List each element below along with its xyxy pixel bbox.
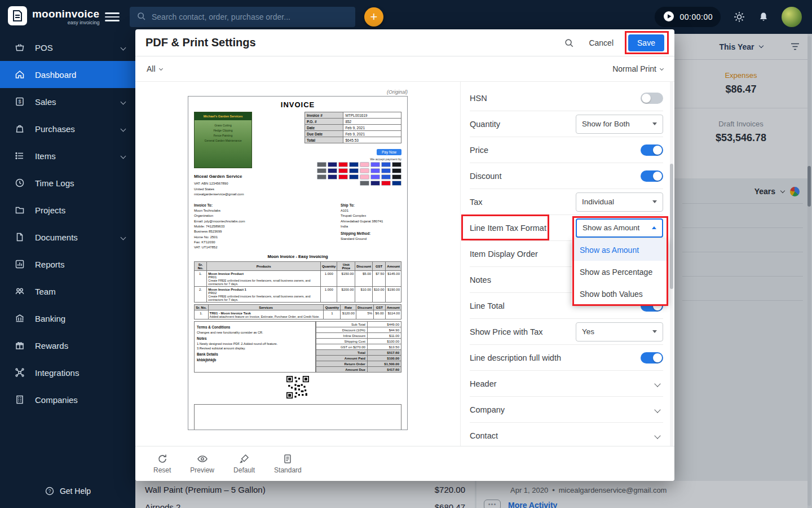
menu-icon[interactable]	[105, 12, 120, 21]
sidebar-item-documents[interactable]: Documents	[0, 224, 135, 251]
search-input[interactable]	[152, 12, 348, 21]
timer-value: 00:00:00	[680, 12, 713, 21]
section-row-contact[interactable]: Contact	[470, 423, 663, 449]
add-button[interactable]: +	[364, 7, 383, 27]
price-toggle[interactable]	[641, 144, 663, 156]
menu-item-show-as-amount[interactable]: Show as Amount	[572, 239, 668, 261]
section-row-company[interactable]: Company	[470, 397, 663, 423]
eye-icon	[197, 453, 208, 465]
setting-row-line-item-tax-format: Line Item Tax Format Show as Amount	[470, 215, 663, 241]
sidebar-item-rewards[interactable]: Rewards	[0, 332, 135, 359]
scrollbar-thumb[interactable]	[670, 164, 673, 289]
template-filter-select[interactable]: All	[147, 64, 162, 73]
sidebar-item-team[interactable]: Team	[0, 278, 135, 305]
menu-item-show-as-percentage[interactable]: Show as Percentage	[572, 261, 668, 283]
section-row-header[interactable]: Header	[470, 371, 663, 397]
sidebar: POS Dashboard $ Sales Purchases Items Ti…	[0, 34, 135, 508]
chevron-down-icon	[652, 330, 657, 333]
sidebar-item-pos[interactable]: POS	[0, 34, 135, 61]
menu-item-show-both-values[interactable]: Show both Values	[572, 283, 668, 305]
sidebar-item-projects[interactable]: Projects	[0, 196, 135, 224]
invoice-tagline: Moon Invoice - Easy Invoicing	[194, 254, 401, 259]
setting-row-price: Price	[470, 137, 663, 163]
brand-tagline: easy invoicing	[32, 20, 99, 25]
save-button[interactable]: Save	[628, 34, 664, 51]
setting-row-quantity: Quantity Show for Both	[470, 111, 663, 137]
svg-text:$: $	[18, 99, 21, 104]
chevron-down-icon	[121, 153, 126, 159]
table-row: 2. Moon Invoice Product 1PR02Create FREE…	[195, 287, 401, 303]
invoice-to-block: Invoice To: Moon Technolabs Organization…	[194, 201, 341, 250]
global-search[interactable]	[130, 7, 355, 27]
line-item-tax-format-select[interactable]: Show as Amount	[576, 218, 663, 238]
modal-footer: Reset Preview Default Standard	[135, 446, 674, 481]
print-mode-select[interactable]: Normal Print	[612, 64, 663, 73]
services-table: Sr. No.ServicesQuantityRateDiscountGSTAm…	[194, 304, 401, 319]
sidebar-item-time-logs[interactable]: Time Logs	[0, 169, 135, 196]
dashboard-icon	[15, 69, 25, 80]
accept-payment-text: We accept payment by	[304, 157, 401, 161]
chevron-down-icon	[159, 66, 163, 70]
search-icon	[136, 11, 146, 23]
line-description-full-width-toggle[interactable]	[641, 352, 663, 364]
sidebar-item-banking[interactable]: Banking	[0, 305, 135, 332]
modal-subheader: All Normal Print	[135, 56, 674, 82]
show-price-with-tax-select[interactable]: Yes	[576, 322, 663, 341]
document-icon	[15, 232, 25, 242]
settings-scrollbar[interactable]	[670, 82, 673, 446]
modal-title: PDF & Print Settings	[145, 36, 256, 49]
avatar[interactable]	[782, 7, 802, 27]
brand[interactable]: mooninvoice easy invoicing	[0, 6, 100, 28]
reset-button[interactable]: Reset	[153, 453, 171, 474]
chevron-up-icon	[652, 226, 656, 229]
preview-button[interactable]: Preview	[190, 453, 214, 474]
company-logo: Michael's Garden Services Grass Cutting …	[194, 112, 252, 168]
chevron-down-icon	[652, 200, 657, 203]
setting-row-hsn: HSN	[470, 85, 663, 111]
terms-notes-block: Terms & Conditions Changes and new funct…	[194, 321, 316, 373]
pos-icon	[15, 42, 25, 52]
sidebar-item-integrations[interactable]: Integrations	[0, 359, 135, 386]
invoice-title: INVOICE	[194, 100, 401, 109]
search-icon[interactable]	[564, 38, 574, 48]
sidebar-item-dashboard[interactable]: Dashboard	[0, 61, 135, 88]
discount-toggle[interactable]	[641, 170, 663, 182]
sidebar-item-reports[interactable]: Reports	[0, 251, 135, 278]
hsn-toggle[interactable]	[641, 93, 663, 104]
document-icon	[282, 453, 293, 465]
purchases-icon	[15, 124, 25, 134]
gear-icon[interactable]	[733, 11, 745, 23]
reset-icon	[157, 453, 168, 465]
topbar: mooninvoice easy invoicing + 00:00:00	[0, 0, 812, 34]
companies-icon	[15, 395, 25, 405]
chevron-down-icon	[654, 432, 660, 439]
quantity-select[interactable]: Show for Both	[576, 115, 663, 134]
sidebar-item-sales[interactable]: $ Sales	[0, 88, 135, 115]
standard-button[interactable]: Standard	[274, 453, 302, 474]
cancel-button[interactable]: Cancel	[589, 38, 614, 47]
setting-row-tax: Tax Individual	[470, 189, 663, 215]
sidebar-item-purchases[interactable]: Purchases	[0, 115, 135, 142]
integrations-icon	[15, 367, 25, 378]
tax-select[interactable]: Individual	[576, 192, 663, 212]
default-button[interactable]: Default	[233, 453, 255, 474]
sidebar-item-companies[interactable]: Companies	[0, 386, 135, 413]
clock-icon	[15, 178, 25, 188]
chevron-down-icon	[652, 122, 657, 125]
pay-now-button: Pay Now	[377, 149, 401, 155]
get-help-button[interactable]: ? Get Help	[0, 480, 135, 502]
bell-icon[interactable]	[758, 11, 769, 23]
setting-row-line-description-full-width: Line description full width	[470, 345, 663, 371]
chevron-down-icon	[121, 99, 126, 104]
reports-icon	[15, 259, 25, 269]
sales-icon: $	[15, 97, 25, 107]
chevron-down-icon	[121, 126, 126, 132]
ship-to-block: Ship To: A101 Tirupati Complex Ahmedabad…	[341, 201, 401, 250]
brand-name: mooninvoice	[32, 8, 99, 19]
timer[interactable]: 00:00:00	[655, 7, 721, 27]
products-table: Sr. No.ProductsQuantityUnit PriceDiscoun…	[194, 261, 401, 303]
mooninvoice-logo-icon	[8, 6, 27, 28]
sidebar-item-items[interactable]: Items	[0, 142, 135, 169]
plus-icon: +	[370, 10, 378, 24]
items-icon	[15, 151, 25, 161]
